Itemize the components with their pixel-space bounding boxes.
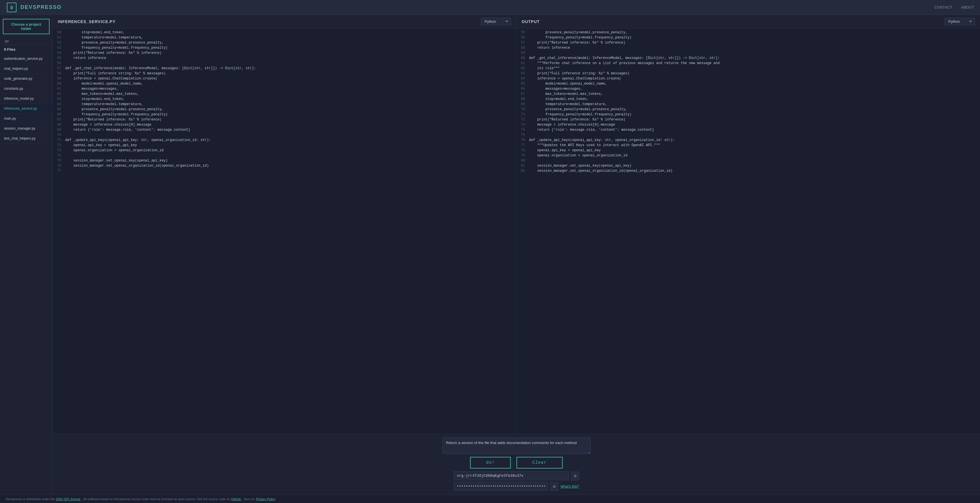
line-code: stop=model.end_token, bbox=[529, 97, 589, 101]
logo-icon: D bbox=[6, 2, 18, 13]
line-number: 69 bbox=[52, 128, 65, 132]
nav-contact[interactable]: CONTACT bbox=[934, 5, 953, 10]
table-row: 54 print("Returned inference: %s" % infe… bbox=[52, 51, 516, 56]
line-number: 70 bbox=[52, 133, 65, 137]
table-row: 66 frequency_penalty=model.frequency_pen… bbox=[52, 112, 516, 117]
table-row: 68 message = inference.choices[0].messag… bbox=[52, 123, 516, 127]
header: D DEVSPRESSO CONTACT ABOUT bbox=[0, 0, 980, 15]
line-code: presence_penalty=model.presence_penalty, bbox=[529, 30, 627, 35]
app-title: DEVSPRESSO bbox=[21, 4, 62, 10]
file-item[interactable]: constants.py bbox=[0, 84, 52, 94]
api-key-input[interactable] bbox=[454, 482, 548, 491]
line-number: 66 bbox=[517, 87, 529, 91]
table-row: 62 its role""" bbox=[517, 66, 980, 71]
logo-area: D DEVSPRESSO bbox=[6, 2, 62, 13]
file-item[interactable]: inferences_service.py bbox=[0, 103, 52, 114]
nav-about[interactable]: ABOUT bbox=[961, 5, 974, 10]
table-row: 65 presence_penalty=model.presence_penal… bbox=[52, 107, 516, 112]
line-code: print("Full inference string: %s" % mess… bbox=[65, 72, 166, 75]
table-row: 80 bbox=[517, 158, 980, 164]
line-code: print("Returned inference: %s" % inferen… bbox=[529, 118, 625, 122]
line-number: 56 bbox=[517, 36, 529, 40]
table-row: 57 print("Returned inference: %s" % infe… bbox=[517, 40, 980, 46]
line-code: inference = openai.ChatCompletion.create… bbox=[65, 76, 158, 81]
table-row: 76def _update_api_keys(openai_api_key: s… bbox=[517, 138, 980, 143]
line-code: """Updates the API Keys used to interact… bbox=[529, 143, 660, 147]
table-row: 73 openai.organization = openai_organiza… bbox=[52, 148, 516, 153]
whats-this-link[interactable]: What's this? bbox=[561, 484, 579, 489]
line-code: return {'role': message.role, 'content':… bbox=[529, 128, 654, 132]
line-number: 72 bbox=[52, 143, 65, 147]
line-number: 61 bbox=[52, 87, 65, 91]
right-language-select[interactable]: PythonJavaScriptTypeScriptJavaC++GoRust bbox=[945, 18, 975, 25]
file-item[interactable]: session_manager.py bbox=[0, 124, 52, 134]
line-number: 68 bbox=[52, 123, 65, 127]
file-item[interactable]: authentication_service.py bbox=[0, 54, 52, 64]
table-row: 57def _get_chat_inference(model: Inferen… bbox=[52, 66, 516, 71]
line-code: session_manager.set_openai_key(openai_ap… bbox=[65, 159, 168, 162]
table-row: 64 temperature=model.temperature, bbox=[52, 102, 516, 107]
line-number: 58 bbox=[52, 72, 65, 75]
line-code: print("Returned inference: %s" % inferen… bbox=[65, 118, 161, 122]
line-code: openai.api_key = openai_api_key bbox=[529, 148, 601, 152]
choose-folder-button[interactable]: Choose a project folder bbox=[3, 19, 49, 34]
line-number: 64 bbox=[52, 102, 65, 106]
org-id-eye-button[interactable]: ⊞ bbox=[571, 472, 579, 480]
line-number: 60 bbox=[517, 56, 529, 60]
line-number: 75 bbox=[517, 133, 529, 137]
org-id-input[interactable] bbox=[454, 471, 569, 480]
left-code-panel: INFERENCES_SERVICE.PY PythonJavaScriptTy… bbox=[52, 15, 517, 434]
table-row: 59 inference = openai.ChatCompletion.cre… bbox=[52, 76, 516, 81]
prompt-textarea[interactable] bbox=[442, 438, 590, 454]
line-code: presence_penalty=model.presence_penalty, bbox=[65, 41, 164, 45]
footer-text-3: . See our bbox=[242, 497, 255, 501]
table-row: 55 return inference bbox=[52, 56, 516, 61]
line-code: messages=messages, bbox=[529, 87, 582, 91]
line-code: print("Full inference string: %s" % mess… bbox=[529, 72, 630, 75]
left-language-select[interactable]: PythonJavaScriptTypeScriptJavaC++GoRust bbox=[481, 18, 511, 25]
line-number: 59 bbox=[517, 51, 529, 55]
line-code: def _get_chat_inference(model: Inference… bbox=[65, 66, 256, 70]
table-row: 67 max_tokens=model.max_tokens, bbox=[517, 92, 980, 97]
table-row: 74 bbox=[52, 153, 516, 158]
table-row: 72 openai.api_key = openai_api_key bbox=[52, 143, 516, 148]
table-row: 69 return {'role': message.role, 'conten… bbox=[52, 127, 516, 133]
table-row: 60 model=model.openai_model_name, bbox=[52, 81, 516, 87]
right-code-panel: OUTPUT PythonJavaScriptTypeScriptJavaC++… bbox=[517, 15, 980, 434]
line-number: 60 bbox=[52, 82, 65, 86]
line-code: def _update_api_keys(openai_api_key: str… bbox=[65, 138, 211, 142]
right-panel-title: OUTPUT bbox=[522, 19, 540, 24]
file-item[interactable]: main.py bbox=[0, 114, 52, 124]
file-item[interactable]: test_chat_helpers.py bbox=[0, 134, 52, 143]
line-number: 62 bbox=[517, 66, 529, 70]
table-row: 76 session_manager.set_openai_organizati… bbox=[52, 164, 516, 169]
api-key-eye-button[interactable]: ⊞ bbox=[550, 482, 558, 491]
footer-gpl-link[interactable]: GNU GPL license bbox=[56, 497, 80, 501]
table-row: 62 max_tokens=model.max_tokens, bbox=[52, 92, 516, 97]
footer-privacy-link[interactable]: Privacy Policy bbox=[256, 497, 275, 501]
file-item[interactable]: code_generator.py bbox=[0, 74, 52, 84]
file-item[interactable]: inference_model.py bbox=[0, 94, 52, 103]
line-code: print("Returned inference: %s" % inferen… bbox=[65, 51, 161, 55]
file-item[interactable]: chat_helpers.py bbox=[0, 64, 52, 74]
header-nav: CONTACT ABOUT bbox=[934, 5, 974, 10]
line-number: 74 bbox=[52, 153, 65, 158]
table-row: 50 stop=model.end_token, bbox=[52, 30, 516, 35]
line-number: 82 bbox=[517, 169, 529, 173]
line-number: 54 bbox=[52, 51, 65, 55]
line-number: 74 bbox=[517, 128, 529, 132]
table-row: 56 frequency_penalty=model.frequency_pen… bbox=[517, 35, 980, 40]
line-code: inference = openai.ChatCompletion.create… bbox=[529, 76, 621, 81]
line-number: 79 bbox=[517, 153, 529, 158]
go-button[interactable]: Go! bbox=[470, 457, 511, 468]
footer-github-link[interactable]: GitHub bbox=[231, 497, 241, 501]
clear-button[interactable]: Clear bbox=[517, 457, 563, 468]
file-filter: .py bbox=[0, 37, 52, 45]
table-row: 77 """Updates the API Keys used to inter… bbox=[517, 143, 980, 148]
line-code: temperature=model.temperature, bbox=[529, 102, 607, 106]
footer-text-2: . All software based on Devspresso sourc… bbox=[82, 497, 230, 501]
line-code: stop=model.end_token, bbox=[65, 97, 125, 101]
line-code: frequency_penalty=model.frequency_penalt… bbox=[65, 113, 168, 116]
line-number: 73 bbox=[517, 123, 529, 127]
table-row: 70 presence_penalty=model.presence_penal… bbox=[517, 107, 980, 112]
